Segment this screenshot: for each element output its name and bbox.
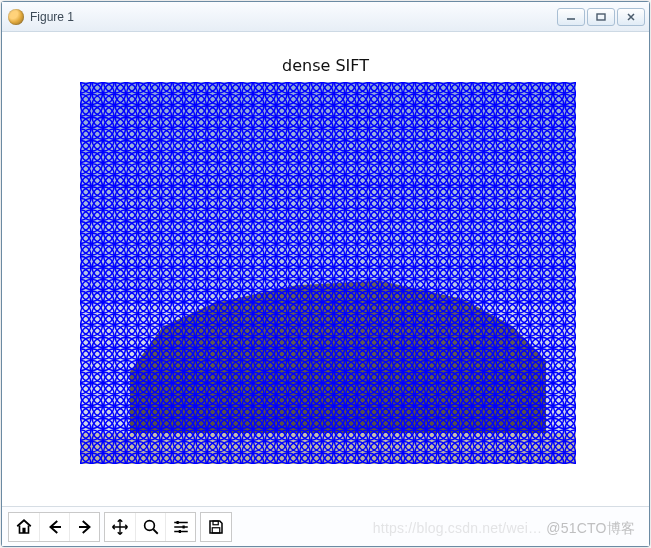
window-title: Figure 1 — [30, 10, 74, 24]
toolbar-group-view — [104, 512, 196, 542]
maximize-button[interactable] — [587, 8, 615, 26]
svg-point-1497 — [144, 520, 154, 530]
svg-rect-1500 — [178, 530, 180, 533]
configure-button[interactable] — [165, 513, 195, 541]
chart-title: dense SIFT — [2, 56, 649, 75]
figure-window: Figure 1 dense SIFT — [1, 1, 650, 547]
move-icon — [110, 518, 130, 536]
maximize-icon — [595, 12, 607, 22]
home-button[interactable] — [9, 513, 39, 541]
toolbar-group-save — [200, 512, 232, 542]
matplotlib-toolbar — [2, 506, 649, 546]
svg-rect-1498 — [176, 521, 178, 524]
minimize-icon — [565, 12, 577, 22]
svg-rect-1499 — [182, 525, 184, 528]
svg-rect-1502 — [212, 527, 220, 532]
arrow-right-icon — [75, 518, 95, 536]
arrow-left-icon — [45, 518, 65, 536]
toolbar-group-nav — [8, 512, 100, 542]
titlebar[interactable]: Figure 1 — [2, 2, 649, 32]
back-button[interactable] — [39, 513, 69, 541]
close-icon — [625, 12, 637, 22]
figure-canvas[interactable]: dense SIFT — [2, 32, 649, 506]
home-icon — [14, 518, 34, 536]
zoom-button[interactable] — [135, 513, 165, 541]
pan-button[interactable] — [105, 513, 135, 541]
minimize-button[interactable] — [557, 8, 585, 26]
close-button[interactable] — [617, 8, 645, 26]
dense-sift-overlay — [80, 82, 576, 464]
window-buttons — [557, 8, 645, 26]
save-icon — [206, 518, 226, 536]
zoom-icon — [141, 518, 161, 536]
plot-area — [80, 82, 576, 464]
python-icon — [8, 9, 24, 25]
svg-rect-1501 — [213, 521, 218, 525]
sliders-icon — [171, 518, 191, 536]
svg-rect-0 — [597, 14, 605, 20]
forward-button[interactable] — [69, 513, 99, 541]
save-button[interactable] — [201, 513, 231, 541]
